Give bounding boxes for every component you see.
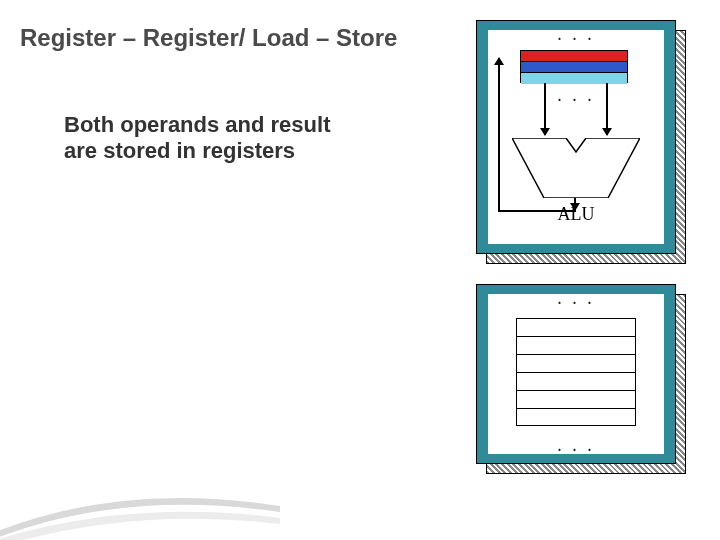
subtitle-line-2: are stored in registers xyxy=(64,138,295,163)
memory-cell xyxy=(517,337,635,355)
svg-marker-0 xyxy=(512,138,640,198)
subtitle-line-1: Both operands and result xyxy=(64,112,330,137)
ellipsis-top: . . . xyxy=(488,24,664,45)
memory-cell xyxy=(517,355,635,373)
slide-subtitle: Both operands and result are stored in r… xyxy=(64,112,404,164)
memory-block: . . . . . . xyxy=(476,284,686,474)
ellipsis-mid: . . . xyxy=(488,85,664,106)
processor-block: . . . . . . xyxy=(476,20,686,264)
register-row xyxy=(521,51,627,62)
register-row xyxy=(521,73,627,84)
register-row xyxy=(521,62,627,73)
result-bus-vertical xyxy=(498,58,500,210)
memory-cell xyxy=(517,319,635,337)
diagram-column: . . . . . . xyxy=(476,20,686,474)
alu: ALU xyxy=(512,138,640,198)
memory-cell xyxy=(517,409,635,427)
memory-inner: . . . . . . xyxy=(488,294,664,454)
slide-title: Register – Register/ Load – Store xyxy=(20,24,397,52)
operand-bus-left xyxy=(544,83,546,135)
alu-label: ALU xyxy=(512,204,640,225)
memory-cell xyxy=(517,391,635,409)
ellipsis-mem-bot: . . . xyxy=(488,435,664,456)
ellipsis-mem-top: . . . xyxy=(488,288,664,309)
memory-cell xyxy=(517,373,635,391)
alu-shape-icon xyxy=(512,138,640,198)
processor-inner: . . . . . . xyxy=(488,30,664,244)
operand-bus-right xyxy=(606,83,608,135)
memory-cells xyxy=(516,318,636,426)
decorative-swoosh-icon xyxy=(0,468,280,540)
register-file xyxy=(520,50,628,83)
